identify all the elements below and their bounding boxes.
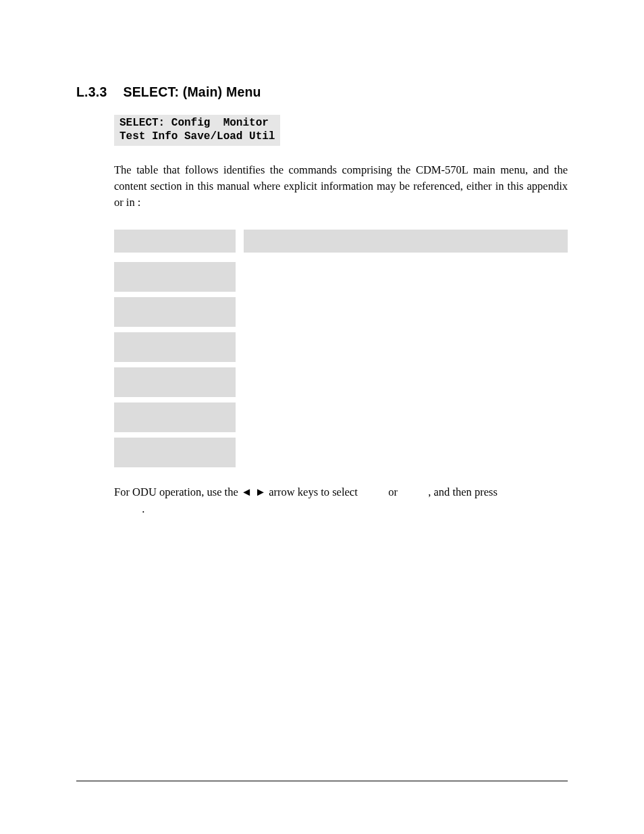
table-row [114, 332, 568, 362]
para1-seg2: : [138, 196, 141, 209]
table-row [114, 262, 568, 292]
menu-table [114, 230, 568, 467]
table-cell-left [114, 297, 236, 327]
heading-number: L.3.3 [76, 84, 107, 100]
table-row [114, 438, 568, 467]
table-cell-right [244, 438, 568, 467]
footer-separator [76, 781, 568, 781]
para2-seg3: or [385, 486, 400, 498]
instruction-paragraph: For ODU operation, use the ◄ ► arrow key… [114, 484, 568, 518]
table-row [114, 297, 568, 327]
table-cell-left [114, 262, 236, 292]
table-row [114, 402, 568, 432]
table-header-cell-selection [114, 230, 236, 253]
page: L.3.3SELECT: (Main) Menu SELECT: Config … [0, 0, 644, 834]
section-heading: L.3.3SELECT: (Main) Menu [76, 84, 568, 100]
table-row [114, 367, 568, 397]
table-cell-right [244, 297, 568, 327]
code-line-1: SELECT: Config Monitor [119, 117, 269, 129]
para1-seg1: The table that follows identifies the co… [114, 163, 568, 209]
table-header-row [114, 230, 568, 253]
left-right-arrow-icons: ◄ ► [241, 486, 266, 498]
table-cell-right [244, 402, 568, 432]
para2-seg2: arrow keys to select [266, 486, 360, 498]
table-cell-right [244, 332, 568, 362]
para2-indent [114, 502, 142, 515]
table-header-cell-description [244, 230, 568, 253]
table-cell-left [114, 332, 236, 362]
code-line-2: Test Info Save/Load Util [119, 130, 275, 142]
para2-gap1 [360, 486, 385, 498]
intro-paragraph: The table that follows identifies the co… [114, 162, 568, 211]
heading-title: SELECT: (Main) Menu [123, 84, 261, 99]
table-cell-left [114, 367, 236, 397]
table-cell-left [114, 438, 236, 467]
para2-seg1: For ODU operation, use the [114, 486, 241, 498]
para2-seg4: , and then press [428, 486, 498, 498]
para2-seg5: . [142, 502, 144, 515]
table-cell-left [114, 402, 236, 432]
para2-gap2 [400, 486, 428, 498]
table-cell-right [244, 367, 568, 397]
table-cell-right [244, 262, 568, 292]
lcd-display-block: SELECT: Config Monitor Test Info Save/Lo… [114, 115, 280, 146]
